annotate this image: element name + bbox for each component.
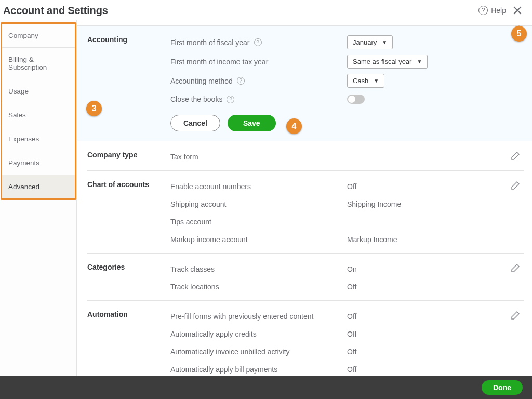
help-link[interactable]: ? Help	[478, 6, 506, 15]
section-title: Categories	[87, 263, 170, 293]
track-classes-label: Track classes	[170, 265, 347, 273]
auto-credits-value: Off	[347, 330, 356, 338]
help-label: Help	[491, 6, 506, 15]
markup-account-value: Markup Income	[347, 235, 397, 244]
track-classes-value: On	[347, 265, 357, 273]
edit-button[interactable]	[510, 180, 521, 191]
close-button[interactable]	[510, 3, 525, 18]
main-content: Accounting First month of fiscal year ? …	[77, 20, 532, 378]
markup-account-label: Markup income account	[170, 235, 347, 244]
sidebar-item-usage[interactable]: Usage	[2, 79, 75, 103]
shipping-account-value: Shipping Income	[347, 200, 401, 208]
callout-3: 3	[86, 101, 102, 116]
section-chart-of-accounts[interactable]: Chart of accounts Enable account numbers…	[87, 171, 524, 254]
help-icon: ?	[478, 6, 488, 15]
help-icon[interactable]: ?	[237, 77, 245, 85]
shipping-account-label: Shipping account	[170, 200, 347, 208]
enable-acct-numbers-label: Enable account numbers	[170, 182, 347, 191]
fiscal-year-label: First month of fiscal year ?	[170, 38, 347, 47]
section-title: Automation	[87, 310, 170, 376]
sidebar-item-billing[interactable]: Billing & Subscription	[2, 48, 75, 79]
done-button[interactable]: Done	[482, 380, 523, 395]
pencil-icon	[510, 263, 521, 273]
callout-4: 4	[286, 118, 302, 134]
header: Account and Settings ? Help	[0, 0, 532, 20]
save-button[interactable]: Save	[228, 115, 276, 131]
sidebar-item-company[interactable]: Company	[2, 24, 75, 48]
close-books-label: Close the books ?	[170, 95, 347, 103]
close-icon	[512, 5, 523, 16]
sidebar-item-advanced[interactable]: Advanced	[2, 175, 75, 198]
sidebar-item-payments[interactable]: Payments	[2, 151, 75, 175]
edit-button[interactable]	[510, 310, 521, 321]
sidebar-item-expenses[interactable]: Expenses	[2, 127, 75, 151]
income-tax-year-select[interactable]: Same as fiscal year▼	[347, 55, 428, 69]
pencil-icon	[510, 310, 521, 321]
section-categories[interactable]: Categories Track classes On Track locati…	[87, 254, 524, 301]
chevron-down-icon: ▼	[382, 39, 387, 45]
edit-button[interactable]	[510, 151, 521, 161]
sidebar-item-sales[interactable]: Sales	[2, 103, 75, 127]
tips-account-label: Tips account	[170, 218, 347, 226]
auto-bill-value: Off	[347, 365, 356, 374]
callout-5: 5	[511, 26, 527, 42]
pencil-icon	[510, 180, 521, 191]
close-books-toggle[interactable]	[347, 95, 365, 104]
prefill-label: Pre-fill forms with previously entered c…	[170, 312, 347, 321]
cancel-button[interactable]: Cancel	[170, 115, 220, 131]
income-tax-year-label: First month of income tax year	[170, 58, 347, 66]
section-title: Chart of accounts	[87, 180, 170, 246]
footer-bar: Done	[0, 376, 532, 399]
auto-bill-label: Automatically apply bill payments	[170, 365, 347, 374]
fiscal-year-select[interactable]: January▼	[347, 35, 393, 49]
tax-form-label: Tax form	[170, 153, 347, 161]
sidebar: Company Billing & Subscription Usage Sal…	[0, 20, 77, 378]
pencil-icon	[510, 151, 521, 161]
section-accounting: Accounting First month of fiscal year ? …	[77, 25, 532, 141]
help-icon[interactable]: ?	[254, 38, 262, 46]
auto-invoice-label: Automatically invoice unbilled activity	[170, 348, 347, 356]
edit-button[interactable]	[510, 263, 521, 273]
section-title: Accounting	[87, 35, 170, 131]
section-title: Company type	[87, 151, 170, 163]
help-icon[interactable]: ?	[227, 96, 234, 103]
accounting-method-select[interactable]: Cash▼	[347, 74, 384, 88]
track-locations-label: Track locations	[170, 283, 347, 291]
accounting-method-label: Accounting method ?	[170, 77, 347, 85]
auto-invoice-value: Off	[347, 348, 356, 356]
auto-credits-label: Automatically apply credits	[170, 330, 347, 338]
section-company-type[interactable]: Company type Tax form	[87, 141, 524, 171]
prefill-value: Off	[347, 312, 356, 321]
enable-acct-numbers-value: Off	[347, 182, 356, 191]
track-locations-value: Off	[347, 283, 356, 291]
chevron-down-icon: ▼	[374, 78, 379, 84]
section-automation[interactable]: Automation Pre-fill forms with previousl…	[87, 301, 524, 378]
chevron-down-icon: ▼	[417, 59, 422, 64]
page-title: Account and Settings	[3, 5, 108, 17]
